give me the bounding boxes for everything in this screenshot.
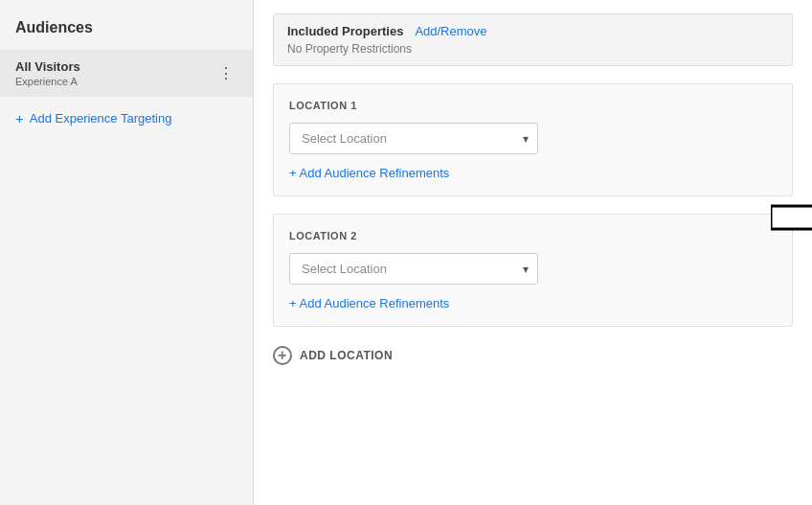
included-properties-panel: Included Properties Add/Remove No Proper… <box>273 13 793 66</box>
audience-item-menu-icon[interactable]: ⋮ <box>214 62 237 84</box>
audience-item-name: All Visitors <box>15 59 80 74</box>
arrow-tooltip-area: Activity Location target-custom-mbox Act… <box>771 182 812 253</box>
location-1-label: LOCATION 1 <box>289 100 777 111</box>
add-location-button[interactable]: + ADD LOCATION <box>273 346 793 365</box>
audience-item-sub: Experience A <box>15 76 80 87</box>
audience-item-content: All Visitors Experience A <box>15 59 80 87</box>
add-experience-button[interactable]: + Add Experience Targeting <box>0 97 253 140</box>
select-location-1-input[interactable]: Select Location <box>289 123 538 154</box>
sidebar-title: Audiences <box>0 19 253 50</box>
add-location-label: ADD LOCATION <box>300 349 393 362</box>
audience-item[interactable]: All Visitors Experience A ⋮ <box>0 50 253 97</box>
select-location-1-wrapper: Select Location ▾ <box>289 123 538 154</box>
location-1-section: LOCATION 1 Select Location ▾ + Add Audie… <box>273 83 793 196</box>
location-2-section: LOCATION 2 Select Location ▾ + Add Audie… <box>273 214 793 327</box>
add-location-plus-icon: + <box>273 346 292 365</box>
add-audience-refinements-2-button[interactable]: + Add Audience Refinements <box>289 296 777 310</box>
add-remove-link[interactable]: Add/Remove <box>415 24 486 38</box>
location-2-label: LOCATION 2 <box>289 230 777 241</box>
add-experience-label: Add Experience Targeting <box>30 111 172 126</box>
no-restrictions-text: No Property Restrictions <box>287 42 778 56</box>
select-location-2-wrapper: Select Location ▾ <box>289 253 538 285</box>
main-content: Included Properties Add/Remove No Proper… <box>254 0 812 505</box>
arrow-icon <box>771 194 812 241</box>
included-props-title: Included Properties <box>287 24 403 38</box>
select-location-2-input[interactable]: Select Location <box>289 253 538 285</box>
add-audience-refinements-1-button[interactable]: + Add Audience Refinements <box>289 166 777 180</box>
add-experience-plus-icon: + <box>15 110 24 126</box>
included-props-header: Included Properties Add/Remove <box>287 24 778 38</box>
sidebar: Audiences All Visitors Experience A ⋮ + … <box>0 0 254 505</box>
svg-marker-0 <box>771 195 812 240</box>
